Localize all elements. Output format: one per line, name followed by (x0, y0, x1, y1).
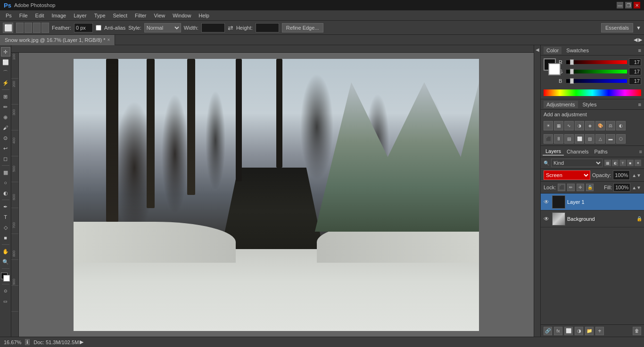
path-tool[interactable]: ◇ (1, 223, 10, 232)
adj-panel-menu[interactable]: ≡ (638, 102, 641, 107)
channels-tab[interactable]: Channels (564, 148, 591, 155)
add-adjustment-button[interactable]: ◑ (575, 327, 583, 335)
height-input[interactable] (256, 23, 279, 32)
pen-tool[interactable]: ✒ (1, 202, 10, 211)
r-value[interactable] (629, 58, 641, 66)
link-layers-button[interactable]: 🔗 (544, 327, 552, 335)
levels-adj-icon[interactable]: ▦ (554, 121, 563, 130)
color-swatch-pair[interactable] (544, 58, 556, 75)
layers-tab[interactable]: Layers (543, 147, 564, 155)
photofilter-adj-icon[interactable]: ⬛ (544, 134, 553, 144)
g-slider[interactable] (566, 70, 627, 73)
history-tool[interactable]: ↩ (1, 144, 10, 153)
status-info-icon[interactable]: ℹ (25, 339, 30, 345)
g-value[interactable] (629, 68, 641, 75)
document-tab[interactable]: Snow work.jpg @ 16.7% (Layer 1, RGB/8) *… (0, 35, 115, 45)
color-tab[interactable]: Color (544, 47, 561, 54)
curves-adj-icon[interactable]: ∿ (564, 121, 574, 130)
close-button[interactable]: ✕ (634, 2, 640, 8)
adjustments-tab[interactable]: Adjustments (544, 101, 578, 108)
layer-visibility-toggle[interactable]: 👁 (543, 215, 550, 223)
fill-arrows[interactable]: ▲▼ (632, 185, 641, 190)
swap-icon[interactable]: ⇄ (228, 24, 233, 32)
lasso-tool[interactable]: ⌒ (1, 68, 10, 77)
layer-item[interactable]: 👁 Layer 1 (541, 194, 644, 210)
feather-input[interactable] (74, 23, 93, 32)
document-tab-close[interactable]: × (107, 37, 110, 42)
delete-layer-button[interactable]: 🗑 (633, 327, 641, 335)
r-slider[interactable] (566, 60, 627, 64)
tool-preset-2[interactable] (25, 23, 32, 33)
lock-position-icon[interactable]: ✛ (577, 184, 584, 191)
menu-image[interactable]: Image (48, 12, 70, 19)
menu-ps[interactable]: Ps (2, 12, 16, 19)
menu-window[interactable]: Window (169, 12, 195, 19)
tab-left-arrow[interactable]: ◀ (634, 37, 637, 43)
text-tool[interactable]: T (1, 212, 10, 222)
pixel-filter-icon[interactable]: ▦ (604, 160, 611, 166)
vibrance-adj-icon[interactable]: ◈ (585, 121, 594, 130)
brightness-adj-icon[interactable]: ☀ (544, 121, 553, 130)
lock-pixels-icon[interactable]: ⬛ (558, 184, 565, 191)
tool-preset-3[interactable] (33, 23, 41, 33)
selectivecolor-adj-icon[interactable]: ⬡ (616, 134, 626, 144)
blur-tool[interactable]: ○ (1, 178, 10, 187)
paths-tab[interactable]: Paths (592, 148, 611, 155)
clone-tool[interactable]: ⊙ (1, 133, 10, 143)
menu-select[interactable]: Select (109, 12, 132, 19)
tab-right-arrow[interactable]: ▶ (638, 37, 642, 43)
background-color[interactable] (3, 275, 10, 282)
menu-help[interactable]: Help (195, 12, 213, 19)
new-layer-button[interactable]: + (595, 327, 604, 335)
color-selector[interactable] (1, 273, 10, 282)
b-value[interactable] (629, 77, 641, 85)
maximize-button[interactable]: ❐ (625, 2, 632, 8)
quick-mask-tool[interactable]: ⊙ (1, 286, 10, 296)
minimize-button[interactable]: — (617, 2, 623, 8)
swatches-tab[interactable]: Swatches (563, 47, 592, 54)
gradient-tool[interactable]: ▦ (1, 168, 10, 177)
fx-button[interactable]: fx (554, 327, 562, 335)
essentials-dropdown-icon[interactable]: ▼ (636, 25, 641, 31)
lock-image-icon[interactable]: ✏ (567, 184, 575, 191)
tool-preset-4[interactable] (41, 23, 49, 33)
shape-tool[interactable]: ■ (1, 233, 10, 242)
invert-adj-icon[interactable]: ⬜ (575, 134, 584, 144)
lock-all-icon[interactable]: 🔒 (586, 184, 594, 191)
crop-tool[interactable]: ⊞ (1, 92, 10, 101)
marquee-tool-icon[interactable]: ⬜ (3, 23, 13, 33)
menu-type[interactable]: Type (91, 12, 109, 19)
colorbalance-adj-icon[interactable]: ⚖ (606, 121, 615, 130)
bw-adj-icon[interactable]: ◐ (616, 121, 626, 130)
essentials-button[interactable]: Essentials (601, 23, 633, 32)
window-controls[interactable]: — ❐ ✕ (617, 2, 640, 8)
gradientmap-adj-icon[interactable]: ▬ (606, 134, 615, 144)
styles-tab[interactable]: Styles (580, 101, 600, 108)
color-panel-menu[interactable]: ≡ (638, 48, 641, 53)
antialias-checkbox[interactable] (96, 25, 101, 31)
menu-edit[interactable]: Edit (32, 12, 48, 19)
wand-tool[interactable]: ⚡ (1, 78, 10, 88)
posterize-adj-icon[interactable]: ▧ (585, 134, 594, 144)
spot-heal-tool[interactable]: ⊕ (1, 113, 10, 122)
menu-filter[interactable]: Filter (131, 12, 150, 19)
new-group-button[interactable]: 📁 (585, 327, 594, 335)
brush-tool[interactable]: 🖌 (1, 123, 10, 132)
layers-panel-menu[interactable]: ≡ (639, 149, 642, 154)
fill-input[interactable] (613, 183, 630, 192)
background-swatch[interactable] (548, 63, 561, 75)
b-slider[interactable] (566, 79, 627, 83)
zoom-tool[interactable]: 🔍 (1, 257, 10, 266)
hsl-adj-icon[interactable]: 🎨 (595, 121, 605, 130)
dodge-tool[interactable]: ◐ (1, 188, 10, 198)
adj-filter-icon[interactable]: ◐ (612, 160, 619, 166)
move-tool[interactable]: ✛ (1, 47, 10, 56)
opacity-arrows[interactable]: ▲▼ (632, 173, 641, 178)
layer-item[interactable]: 👁 Background 🔒 (541, 210, 644, 227)
colorlookup-adj-icon[interactable]: ▤ (564, 134, 574, 144)
layer-kind-select[interactable]: Kind (551, 159, 603, 167)
width-input[interactable] (201, 23, 225, 32)
channelmix-adj-icon[interactable]: 🎚 (554, 134, 563, 144)
doc-info-arrow[interactable]: ▶ (80, 339, 83, 345)
exposure-adj-icon[interactable]: ◑ (575, 121, 584, 130)
